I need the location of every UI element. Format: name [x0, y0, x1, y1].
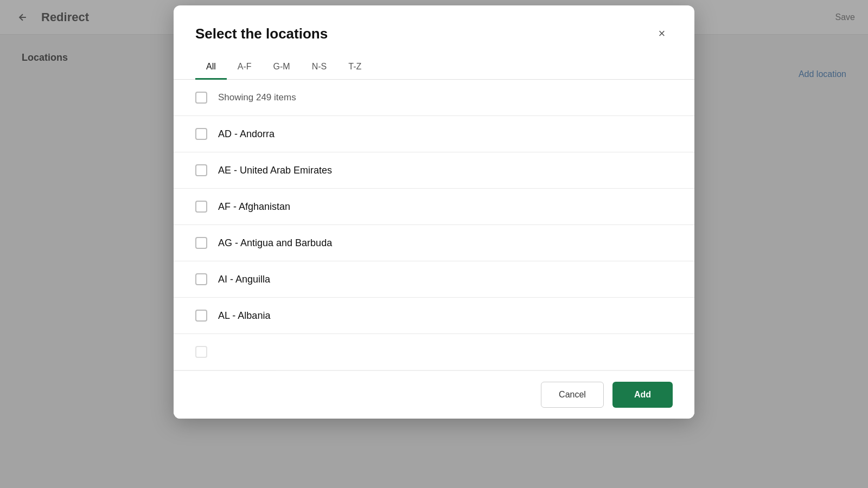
- item-label-ad: AD - Andorra: [218, 129, 275, 140]
- list-item[interactable]: AL - Albania: [174, 298, 694, 334]
- item-label-af: AF - Afghanistan: [218, 201, 290, 213]
- tab-all[interactable]: All: [195, 55, 227, 80]
- item-checkbox-ae[interactable]: [195, 164, 207, 176]
- item-checkbox-al[interactable]: [195, 310, 207, 322]
- list-item[interactable]: [174, 334, 694, 370]
- list-item[interactable]: AI - Anguilla: [174, 261, 694, 298]
- item-label-al: AL - Albania: [218, 310, 270, 322]
- select-all-checkbox[interactable]: [195, 92, 207, 104]
- modal-body: Showing 249 items AD - Andorra AE - Unit…: [174, 80, 694, 370]
- item-label-ai: AI - Anguilla: [218, 274, 270, 285]
- item-checkbox-ai[interactable]: [195, 273, 207, 285]
- list-item[interactable]: AF - Afghanistan: [174, 189, 694, 225]
- tab-af[interactable]: A-F: [227, 55, 263, 80]
- modal-header: Select the locations ×: [174, 5, 694, 44]
- modal-title: Select the locations: [195, 25, 328, 42]
- item-checkbox-af[interactable]: [195, 201, 207, 213]
- items-count-label: Showing 249 items: [218, 92, 296, 103]
- location-tabs: All A-F G-M N-S T-Z: [174, 55, 694, 80]
- tab-gm[interactable]: G-M: [263, 55, 301, 80]
- select-all-row[interactable]: Showing 249 items: [174, 80, 694, 116]
- close-icon[interactable]: ×: [651, 23, 673, 44]
- list-item[interactable]: AD - Andorra: [174, 116, 694, 152]
- tab-ns[interactable]: N-S: [301, 55, 338, 80]
- item-label-ag: AG - Antigua and Barbuda: [218, 237, 332, 249]
- add-button[interactable]: Add: [612, 382, 673, 408]
- list-item[interactable]: AE - United Arab Emirates: [174, 152, 694, 189]
- item-checkbox-ag[interactable]: [195, 237, 207, 249]
- item-label-ae: AE - United Arab Emirates: [218, 165, 332, 176]
- item-checkbox-ad[interactable]: [195, 128, 207, 140]
- select-locations-modal: Select the locations × All A-F G-M N-S T…: [174, 5, 694, 419]
- list-item[interactable]: AG - Antigua and Barbuda: [174, 225, 694, 261]
- item-checkbox-am[interactable]: [195, 346, 207, 358]
- modal-overlay: Select the locations × All A-F G-M N-S T…: [0, 0, 868, 488]
- modal-footer: Cancel Add: [174, 370, 694, 419]
- cancel-button[interactable]: Cancel: [541, 382, 604, 408]
- tab-tz[interactable]: T-Z: [337, 55, 372, 80]
